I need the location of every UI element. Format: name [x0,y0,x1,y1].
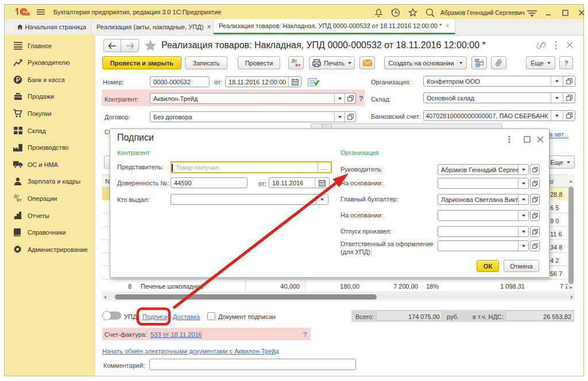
svg-text:Абрамов Геннадий Сергеевич: Абрамов Геннадий Сергеевич [440,9,525,16]
